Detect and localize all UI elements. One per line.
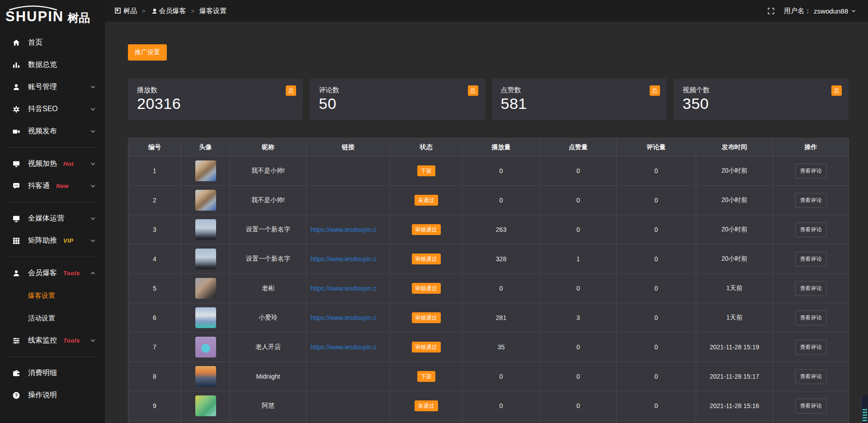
sidebar-item-3[interactable]: 抖音SEO — [0, 98, 105, 120]
page-scrollbar[interactable] — [861, 395, 868, 423]
column-header-4: 状态 — [390, 138, 462, 156]
sidebar-item-15[interactable]: 消费明细 — [0, 362, 105, 384]
view-comments-button[interactable]: 查看评论 — [795, 399, 827, 414]
sidebar-item-0[interactable]: 首页 — [0, 32, 105, 54]
bar-chart-icon — [12, 61, 21, 70]
accounts-table-wrap: 编号头像昵称链接状态播放量点赞量评论量发布时间操作 1我不是小帅!下架00020… — [128, 138, 849, 423]
promo-settings-button[interactable]: 推广设置 — [128, 44, 167, 61]
profile-link[interactable]: https://www.iesdouyin.c — [311, 314, 377, 321]
cell-time — [696, 421, 773, 423]
cell-action: 查看评论 — [773, 186, 849, 215]
user-menu[interactable]: 用户名：zswodun88 — [784, 7, 856, 15]
view-comments-button[interactable]: 查看评论 — [795, 252, 827, 267]
screen-icon — [12, 160, 21, 169]
view-comments-button[interactable]: 查看评论 — [795, 222, 827, 237]
sidebar-item-label: 抖客通 — [28, 181, 50, 191]
cell-link — [307, 186, 390, 215]
user-icon — [12, 269, 21, 278]
view-comments-button[interactable]: 查看评论 — [795, 164, 827, 179]
app-window: SHUPIN 树品 首页数据总览账号管理抖音SEO视频发布视频加热Hot抖客通N… — [0, 0, 868, 423]
cell-avatar — [181, 421, 230, 423]
sidebar-item-10[interactable]: 矩阵助推VIP — [0, 230, 105, 252]
chevron-down-icon — [90, 106, 96, 112]
sliders-icon — [12, 336, 21, 345]
cell-time: 20小时前 — [696, 215, 773, 244]
stat-card-total-badge: 总 — [650, 85, 660, 96]
cell-avatar — [181, 244, 230, 274]
cell-id: 5 — [128, 274, 181, 303]
view-comments-button[interactable]: 查看评论 — [795, 369, 827, 384]
sidebar-item-4[interactable]: 视频发布 — [0, 120, 105, 142]
sidebar-item-tag: Tools — [63, 337, 80, 344]
cell-likes — [540, 421, 617, 423]
sidebar-item-label: 账号管理 — [28, 82, 57, 92]
cell-link: https://www.iesdouyin.c — [307, 274, 390, 303]
view-comments-button[interactable]: 查看评论 — [795, 310, 827, 325]
stat-card-value: 50 — [319, 95, 476, 113]
cell-nickname: 我不是小帅! — [230, 186, 307, 215]
fullscreen-icon[interactable] — [767, 7, 775, 15]
avatar — [195, 219, 216, 240]
sidebar: SHUPIN 树品 首页数据总览账号管理抖音SEO视频发布视频加热Hot抖客通N… — [0, 0, 105, 423]
cell-likes: 0 — [540, 333, 617, 362]
profile-link[interactable]: https://www.iesdouyin.c — [311, 343, 377, 351]
stat-cards: 播放数20316总评论数50总点赞数581总视频个数350总 — [128, 79, 849, 120]
cell-link — [307, 156, 390, 186]
cell-plays: 263 — [462, 215, 540, 244]
profile-link[interactable]: https://www.iesdouyin.c — [311, 226, 377, 233]
sidebar-item-16[interactable]: ?操作说明 — [0, 384, 105, 406]
monitor-icon — [12, 214, 21, 223]
cell-comments: 0 — [617, 244, 696, 274]
cell-time: 2021-11-28 15:19 — [696, 333, 773, 362]
breadcrumb-item-1[interactable]: 会员爆客 — [151, 7, 186, 15]
breadcrumb-item-2[interactable]: 爆客设置 — [199, 7, 226, 15]
sidebar-item-13[interactable]: 线索监控Tools — [0, 329, 105, 352]
avatar — [195, 395, 216, 416]
cell-link — [307, 421, 390, 423]
svg-text:?: ? — [15, 392, 18, 398]
sidebar-item-9[interactable]: 全媒体运营 — [0, 207, 105, 230]
cell-nickname: 老人开店 — [230, 333, 307, 362]
sidebar-subitem-0[interactable]: 爆客设置 — [0, 284, 105, 307]
cell-comments: 0 — [617, 186, 696, 215]
view-comments-button[interactable]: 查看评论 — [795, 193, 827, 208]
sidebar-subitem-1[interactable]: 活动设置 — [0, 307, 105, 329]
username-value: zswodun88 — [814, 7, 848, 15]
sidebar-item-12[interactable]: 会员爆客Tools — [0, 262, 105, 284]
cell-plays — [462, 421, 540, 423]
status-badge: 下架 — [417, 165, 435, 176]
sidebar-item-2[interactable]: 账号管理 — [0, 76, 105, 98]
sidebar-item-label: 视频发布 — [28, 127, 57, 136]
cell-time: 20小时前 — [696, 156, 773, 186]
sidebar-divider — [8, 147, 97, 148]
column-header-2: 昵称 — [230, 138, 307, 156]
cell-status: 审核通过 — [390, 333, 462, 362]
breadcrumb-label: 树品 — [123, 7, 137, 15]
cell-id: 3 — [128, 215, 181, 244]
chevron-down-icon — [90, 338, 96, 343]
cell-likes: 0 — [540, 391, 617, 421]
sidebar-item-6[interactable]: 视频加热Hot — [0, 153, 105, 175]
breadcrumb-item-0[interactable]: 树品 — [115, 7, 137, 15]
profile-link[interactable]: https://www.iesdouyin.c — [311, 255, 377, 263]
chevron-down-icon — [90, 128, 96, 134]
view-comments-button[interactable]: 查看评论 — [795, 281, 827, 296]
sidebar-item-1[interactable]: 数据总览 — [0, 54, 105, 76]
cell-action: 查看评论 — [773, 215, 849, 244]
cell-link: https://www.iesdouyin.c — [307, 244, 390, 274]
logo-text-cn: 树品 — [67, 12, 90, 24]
cell-link — [307, 362, 390, 391]
table-row: 8Midnight下架0002021-11-28 15:17查看评论 — [128, 362, 849, 391]
sidebar-item-label: 视频加热 — [28, 159, 57, 169]
profile-link[interactable]: https://www.iesdouyin.c — [311, 285, 377, 292]
view-comments-button[interactable]: 查看评论 — [795, 340, 827, 355]
stat-card-label: 评论数 — [319, 86, 476, 94]
sidebar-item-label: 抖音SEO — [28, 104, 58, 114]
breadcrumb-label: 爆客设置 — [199, 7, 226, 15]
sidebar-item-7[interactable]: 抖客通New — [0, 175, 105, 197]
cell-nickname: 老彬 — [230, 274, 307, 303]
sidebar-item-label: 矩阵助推 — [28, 236, 57, 245]
status-badge: 下架 — [417, 371, 435, 382]
cell-nickname: 阿慧 — [230, 391, 307, 421]
avatar — [195, 160, 216, 181]
